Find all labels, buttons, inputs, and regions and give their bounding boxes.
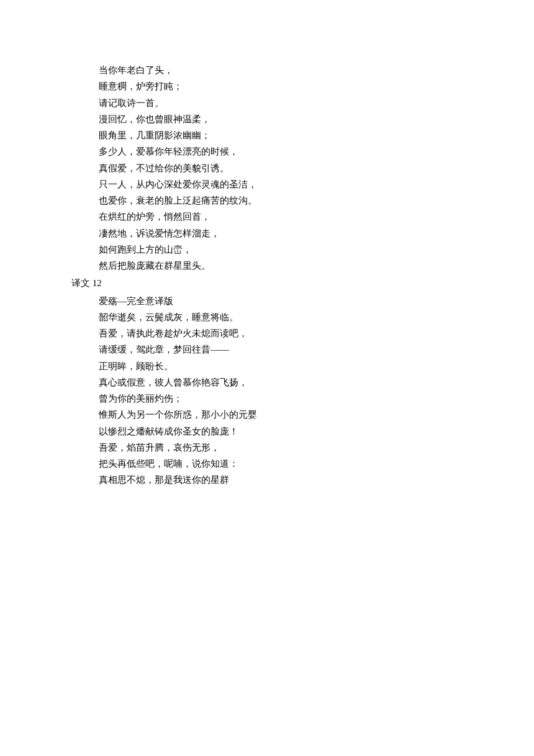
- poem-line: 真相思不熄，那是我送你的星群: [99, 472, 534, 488]
- poem-line: 爱殇—完全意译版: [99, 293, 534, 309]
- poem-block-2: 爱殇—完全意译版 韶华逝矣，云鬓成灰，睡意将临。 吾爱，请执此卷趁炉火未熄而读吧…: [99, 293, 534, 488]
- poem-line: 眼角里，几重阴影浓幽幽；: [99, 127, 534, 143]
- poem-line: 吾爱，请执此卷趁炉火未熄而读吧，: [99, 325, 534, 341]
- poem-line: 凄然地，诉说爱情怎样溜走，: [99, 225, 534, 241]
- poem-line: 漫回忆，你也曾眼神温柔，: [99, 111, 534, 127]
- poem-line: 请记取诗一首。: [99, 95, 534, 111]
- poem-line: 只一人，从内心深处爱你灵魂的圣洁，: [99, 176, 534, 192]
- poem-line: 如何跑到上方的山峦，: [99, 241, 534, 258]
- poem-line: 韶华逝矣，云鬓成灰，睡意将临。: [99, 309, 534, 325]
- section-label: 译文 12: [71, 275, 534, 291]
- poem-line: 惟斯人为另一个你所惑，那小小的元婴: [99, 407, 534, 423]
- poem-line: 请缓缓，驾此章，梦回往昔——: [99, 341, 534, 358]
- poem-line: 睡意稠，炉旁打盹；: [99, 78, 534, 94]
- poem-line: 正明眸，顾盼长。: [99, 358, 534, 374]
- poem-line: 真心或假意，彼人曾慕你艳容飞扬，: [99, 374, 534, 390]
- poem-line: 也爱你，衰老的脸上泛起痛苦的纹沟。: [99, 192, 534, 209]
- poem-line: 把头再低些吧，呢喃，说你知道：: [99, 456, 534, 472]
- poem-line: 在烘红的炉旁，悄然回首，: [99, 209, 534, 225]
- poem-line: 当你年老白了头，: [99, 62, 534, 78]
- poem-line: 曾为你的美丽灼伤；: [99, 390, 534, 407]
- poem-line: 多少人，爱慕你年轻漂亮的时候，: [99, 143, 534, 160]
- poem-line: 真假爱，不过给你的美貌引诱。: [99, 160, 534, 176]
- poem-line: 以惨烈之燔献铸成你圣女的脸庞！: [99, 423, 534, 439]
- poem-block-1: 当你年老白了头， 睡意稠，炉旁打盹； 请记取诗一首。 漫回忆，你也曾眼神温柔， …: [99, 62, 534, 274]
- poem-line: 吾爱，焰苗升腾，哀伤无形，: [99, 439, 534, 456]
- poem-line: 然后把脸庞藏在群星里头。: [99, 258, 534, 274]
